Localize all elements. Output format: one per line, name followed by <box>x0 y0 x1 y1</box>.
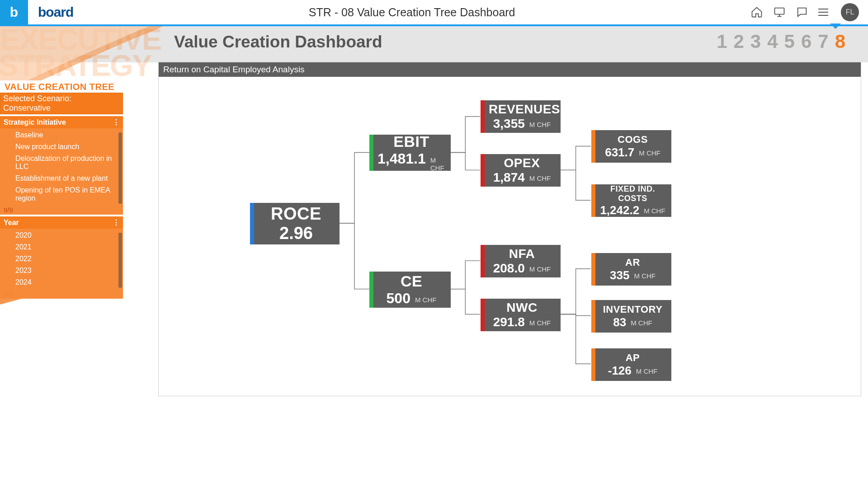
node-fixed-ind-costs[interactable]: FIXED IND. COSTS 1,242.2M CHF <box>591 184 671 217</box>
home-icon[interactable] <box>750 6 763 19</box>
page-nav-2[interactable]: 2 <box>733 31 744 52</box>
page-header: EXECUTIVE STRATEGY VALUE CREATION TREE V… <box>0 26 868 62</box>
node-value: 83 <box>613 315 626 329</box>
sidebar: Selected Scenario: Conservative Strategi… <box>0 93 123 299</box>
filter-count: 9/9 <box>0 205 123 215</box>
page-nav-1[interactable]: 1 <box>717 31 727 52</box>
node-value: -126 <box>608 364 632 378</box>
node-label: CE <box>377 272 445 290</box>
app-logo: board <box>38 5 73 20</box>
node-nwc[interactable]: NWC 291.8M CHF <box>481 299 561 331</box>
filter-header-year: Year <box>4 219 19 227</box>
node-accent <box>481 299 485 331</box>
node-accent <box>591 184 595 217</box>
page-nav-8[interactable]: 8 <box>835 31 845 52</box>
menu-icon[interactable] <box>818 9 828 16</box>
year-item[interactable]: 2021 <box>0 241 123 253</box>
node-ce[interactable]: CE 500M CHF <box>369 272 451 308</box>
filter-header-initiative: Strategic Initiative <box>4 118 66 127</box>
page-nav-3[interactable]: 3 <box>750 31 761 52</box>
initiative-item[interactable]: Establishment of a new plant <box>0 173 123 184</box>
node-nfa[interactable]: NFA 208.0M CHF <box>481 245 561 277</box>
node-value: 208.0 <box>493 261 525 276</box>
dashboard-title: Value Creation Dashboard <box>174 33 382 52</box>
node-accent <box>591 300 595 333</box>
node-value: 1,874 <box>493 170 525 185</box>
node-unit: M CHF <box>634 272 656 280</box>
chat-icon[interactable] <box>796 6 808 19</box>
node-accent <box>369 135 373 171</box>
node-unit: M CHF <box>529 121 551 128</box>
node-accent <box>250 203 254 244</box>
scenario-label: Selected Scenario: Conservative <box>0 93 123 114</box>
sidebar-decoration <box>0 287 63 305</box>
node-ebit[interactable]: EBIT 1,481.1M CHF <box>369 135 451 171</box>
node-unit: M CHF <box>631 319 652 327</box>
tree-chart: ROCE 2.96 EBIT 1,481.1M CHF CE 500M CHF … <box>159 77 861 394</box>
node-unit: M CHF <box>415 296 437 304</box>
node-label: AP <box>599 352 666 364</box>
node-roce[interactable]: ROCE 2.96 <box>250 203 340 244</box>
page-nav-4[interactable]: 4 <box>767 31 778 52</box>
node-value: 1,242.2 <box>600 203 639 217</box>
app-icon[interactable]: b <box>0 0 28 25</box>
node-unit: M CHF <box>529 265 551 273</box>
page-nav-5[interactable]: 5 <box>784 31 795 52</box>
filter-menu-icon[interactable]: ⋮ <box>113 218 119 227</box>
node-label: INVENTORY <box>599 304 666 315</box>
node-label: ROCE <box>258 204 334 224</box>
scrollbar[interactable] <box>118 233 122 288</box>
node-accent <box>481 154 485 187</box>
node-accent <box>481 100 485 133</box>
page-nav-6[interactable]: 6 <box>801 31 811 52</box>
node-unit: M CHF <box>529 174 551 182</box>
presentation-icon[interactable] <box>773 6 786 19</box>
page-nav: 1 2 3 4 5 6 7 8 <box>717 31 845 52</box>
node-accent <box>591 130 595 163</box>
avatar[interactable]: FL <box>841 3 859 21</box>
topbar: b board STR - 08 Value Creation Tree Das… <box>0 0 868 26</box>
node-label: EBIT <box>377 133 445 150</box>
node-unit: M CHF <box>430 156 445 172</box>
node-value: 631.7 <box>605 145 634 160</box>
node-label: AR <box>599 257 666 268</box>
page-title: STR - 08 Value Creation Tree Dashboard <box>73 6 750 19</box>
node-label: NFA <box>489 247 555 261</box>
page-nav-7[interactable]: 7 <box>818 31 828 52</box>
filter-menu-icon[interactable]: ⋮ <box>113 118 119 127</box>
node-revenues[interactable]: REVENUES 3,355M CHF <box>481 100 561 133</box>
node-unit: M CHF <box>644 207 665 215</box>
node-value: 3,355 <box>493 117 525 131</box>
node-label: FIXED IND. COSTS <box>599 184 666 203</box>
year-item[interactable]: 2023 <box>0 265 123 277</box>
node-value: 291.8 <box>493 315 525 329</box>
main-panel: Return on Capital Employed Analysis ROCE… <box>158 62 861 396</box>
node-value: 335 <box>610 268 629 282</box>
node-label: NWC <box>489 300 555 315</box>
node-label: REVENUES <box>489 102 555 117</box>
initiative-item[interactable]: Opening of ten POS in EMEA region <box>0 184 123 204</box>
node-unit: M CHF <box>529 319 551 327</box>
topbar-actions: FL <box>750 3 868 21</box>
node-opex[interactable]: OPEX 1,874M CHF <box>481 154 561 187</box>
initiative-item[interactable]: New product launch <box>0 141 123 153</box>
node-value: 2.96 <box>279 224 313 243</box>
node-accent <box>591 348 595 381</box>
node-accent <box>591 253 595 286</box>
node-ap[interactable]: AP -126M CHF <box>591 348 671 381</box>
initiative-item[interactable]: Delocalization of production in LLC <box>0 153 123 173</box>
scrollbar[interactable] <box>118 132 122 204</box>
node-inventory[interactable]: INVENTORY 83M CHF <box>591 300 671 333</box>
initiative-item[interactable]: Baseline <box>0 129 123 141</box>
year-item[interactable]: 2020 <box>0 230 123 241</box>
svg-rect-0 <box>775 8 784 14</box>
section-chip: VALUE CREATION TREE <box>0 80 122 94</box>
node-label: COGS <box>599 134 666 145</box>
node-ar[interactable]: AR 335M CHF <box>591 253 671 286</box>
node-unit: M CHF <box>639 149 660 157</box>
year-item[interactable]: 2022 <box>0 253 123 265</box>
node-cogs[interactable]: COGS 631.7M CHF <box>591 130 671 163</box>
panel-title: Return on Capital Employed Analysis <box>159 62 861 77</box>
node-accent <box>481 245 485 277</box>
year-item[interactable]: 2024 <box>0 277 123 288</box>
